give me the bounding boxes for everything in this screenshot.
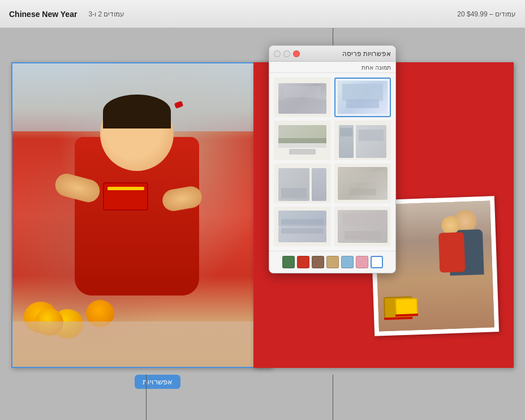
page-range: עמודים 2 ו-3 [88, 10, 124, 18]
minimize-button[interactable] [274, 50, 281, 57]
layout-thumb-4[interactable] [334, 121, 391, 160]
layout-thumb-6[interactable] [334, 164, 391, 203]
layout-thumb-3[interactable] [274, 121, 331, 160]
maximize-button[interactable] [283, 50, 290, 57]
close-button[interactable] [293, 50, 300, 57]
baby-photo [12, 63, 270, 367]
layout-thumb-7[interactable] [274, 207, 331, 246]
color-swatch-green[interactable] [282, 256, 295, 268]
color-swatch-brown[interactable] [312, 256, 324, 268]
top-bar-left: Chinese New Year עמודים 2 ו-3 [9, 10, 124, 19]
annotation-line-bottom-center [333, 375, 333, 420]
layouts-grid [269, 73, 395, 251]
layout-thumb-1[interactable] [274, 78, 331, 117]
price-info: 20 עמודים – $49.99 [457, 10, 516, 18]
panel-subtitle: תמונה אחת [269, 62, 395, 73]
color-swatch-white[interactable] [371, 256, 383, 268]
color-swatch-pink[interactable] [356, 256, 368, 268]
options-button[interactable]: אפשרויות [135, 375, 180, 389]
layout-thumb-2[interactable] [334, 78, 391, 117]
color-swatch-red[interactable] [297, 256, 309, 268]
color-swatch-light-blue[interactable] [341, 256, 354, 268]
panel-titlebar: אפשרויות פריסה [269, 46, 395, 62]
colors-strip [269, 251, 395, 273]
layout-thumb-8[interactable] [334, 207, 391, 246]
color-swatch-tan[interactable] [326, 256, 339, 268]
page-left [11, 62, 272, 368]
annotation-line-left-bottom [146, 375, 147, 420]
traffic-lights [274, 50, 300, 57]
layout-panel: אפשרויות פריסה תמונה אחת [269, 45, 396, 273]
top-bar: Chinese New Year עמודים 2 ו-3 20 עמודים … [0, 0, 525, 28]
panel-title: אפשרויות פריסה [342, 50, 391, 58]
project-title: Chinese New Year [9, 10, 77, 19]
layout-thumb-5[interactable] [274, 164, 331, 203]
canvas-area: אפשרויות [0, 28, 525, 420]
